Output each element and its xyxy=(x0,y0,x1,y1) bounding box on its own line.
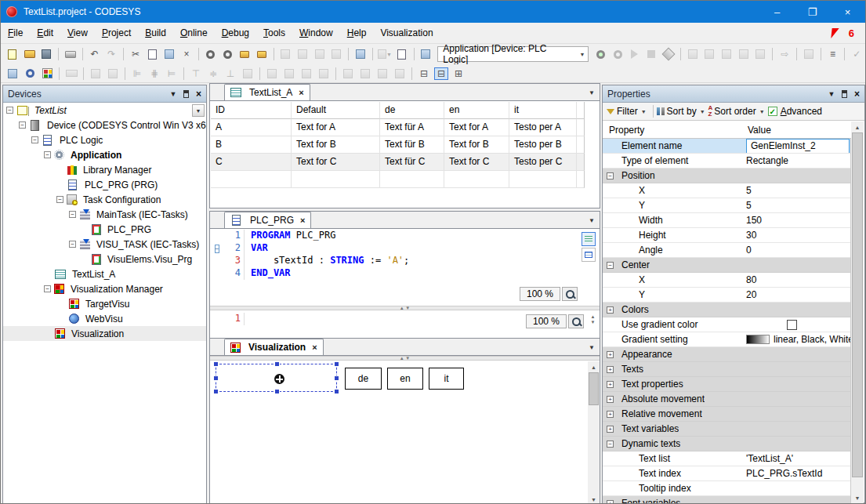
visu-button-it[interactable]: it xyxy=(429,368,464,390)
elementlist-top-icon[interactable]: ⊟ xyxy=(417,67,431,80)
export-icon[interactable] xyxy=(395,48,409,60)
visu-button-en[interactable]: en xyxy=(387,368,423,390)
scrollbar-thumb[interactable] xyxy=(852,132,863,477)
panel-menu-icon[interactable]: ▼ xyxy=(825,90,838,98)
code-fold-icon[interactable]: − xyxy=(215,245,220,253)
property-row-width[interactable]: Width 150 xyxy=(603,213,850,228)
group-row-text-properties[interactable]: + Text properties xyxy=(603,377,850,392)
table-row-empty[interactable] xyxy=(211,171,585,188)
property-row-text-list[interactable]: Text list 'TextList_A' xyxy=(603,451,850,466)
resize-handle-se[interactable] xyxy=(334,389,339,394)
menu-view[interactable]: View xyxy=(60,24,95,42)
table-row[interactable]: C Text for C Text für C Text for C Testo… xyxy=(211,154,585,171)
tab-list-dropdown-icon[interactable]: ▼ xyxy=(589,89,595,96)
tree-item-library-manager[interactable]: Library Manager xyxy=(3,162,206,177)
tab-plc-prg[interactable]: PLC_PRG × xyxy=(224,212,311,228)
tree-item-visualization[interactable]: Visualization xyxy=(3,326,206,341)
same-size-icon[interactable] xyxy=(317,67,331,80)
textual-view-button[interactable] xyxy=(582,232,596,246)
resize-handle-n[interactable] xyxy=(274,361,280,367)
tree-item-visu-task[interactable]: −VISU_TASK (IEC-Tasks) xyxy=(3,237,206,252)
table-row[interactable]: B Text for B Text für B Text for B Testo… xyxy=(211,136,585,154)
vertical-scrollbar[interactable]: ▲ ▼ xyxy=(588,361,600,504)
ungroup-icon[interactable] xyxy=(106,67,120,80)
tree-item-plc-prg[interactable]: PLC_PRG (PRG) xyxy=(3,177,206,192)
find-in-project-icon[interactable] xyxy=(237,48,252,60)
tab-list-dropdown-icon[interactable]: ▼ xyxy=(589,217,595,224)
tree-item-device[interactable]: −Device (CODESYS Control Win V3 x64) xyxy=(3,118,206,132)
background-image-icon[interactable] xyxy=(241,67,255,80)
group-icon[interactable] xyxy=(89,67,103,80)
cut-icon[interactable]: ✂ xyxy=(129,48,143,60)
build-dialog-icon[interactable] xyxy=(419,48,433,60)
column-header-it[interactable]: it xyxy=(509,102,577,119)
panel-close-icon[interactable]: × xyxy=(854,89,860,100)
gradient-checkbox[interactable] xyxy=(787,320,797,330)
start-icon[interactable] xyxy=(628,48,642,60)
advanced-checkbox[interactable]: ✓ Advanced xyxy=(768,106,822,117)
collapse-icon[interactable]: − xyxy=(44,285,51,292)
resize-handle-ne[interactable] xyxy=(334,361,339,367)
logout-icon[interactable] xyxy=(611,48,625,60)
implementation-zoom-level[interactable]: 100 % xyxy=(526,314,567,328)
insert-table-icon[interactable]: ▼ xyxy=(378,48,392,60)
scroll-up-icon[interactable]: ▲ xyxy=(588,361,600,372)
resize-handle-s[interactable] xyxy=(274,389,280,394)
sort-by-button[interactable]: Sort by ▼ xyxy=(657,106,705,117)
tab-textlist-a[interactable]: TextList_A × xyxy=(224,84,310,100)
copy-icon[interactable] xyxy=(146,48,160,60)
property-row-type[interactable]: Type of element Rectangle xyxy=(603,154,850,169)
tab-close-icon[interactable]: × xyxy=(299,88,303,97)
property-row-gradient-setting[interactable]: Gradient setting linear, Black, White xyxy=(603,332,850,347)
group-row-colors[interactable]: + Colors xyxy=(603,303,850,317)
next-bookmark-icon[interactable] xyxy=(313,48,327,60)
tree-item-visuelems-visu-prg[interactable]: VisuElems.Visu_Prg xyxy=(3,252,206,267)
expand-icon[interactable]: + xyxy=(607,500,614,504)
resize-handle-nw[interactable] xyxy=(213,361,219,367)
maximize-button[interactable]: ❐ xyxy=(795,1,830,23)
menu-project[interactable]: Project xyxy=(95,24,138,42)
menu-build[interactable]: Build xyxy=(138,24,173,42)
make-same-width-icon[interactable] xyxy=(265,67,279,80)
editor-splitter[interactable]: ▲ ▼ xyxy=(210,306,600,310)
minimize-button[interactable]: – xyxy=(759,1,795,23)
sort-order-button[interactable]: AZ Sort order ▼ xyxy=(708,105,765,118)
group-row-center[interactable]: − Center xyxy=(603,258,850,273)
editor-scroll-arrows[interactable]: ▲▼ xyxy=(588,314,598,325)
bring-to-front-icon[interactable] xyxy=(341,67,355,80)
column-header-de[interactable]: de xyxy=(380,102,444,119)
select-interface-icon[interactable] xyxy=(5,67,20,80)
delete-icon[interactable]: × xyxy=(179,48,194,60)
panel-close-icon[interactable]: × xyxy=(196,89,201,100)
find-icon[interactable] xyxy=(204,48,218,60)
expand-icon[interactable]: + xyxy=(607,306,614,314)
tree-item-application[interactable]: −Application xyxy=(3,147,206,162)
property-row-y[interactable]: Y 5 xyxy=(603,198,850,213)
property-row-tooltip-index[interactable]: Tooltip index xyxy=(603,481,850,496)
panel-pin-icon[interactable] xyxy=(842,90,847,98)
keyboard-usage-icon[interactable] xyxy=(64,67,78,80)
previous-bookmark-icon[interactable] xyxy=(295,48,310,60)
tree-item-task-configuration[interactable]: −Task Configuration xyxy=(3,192,206,207)
visu-button-de[interactable]: de xyxy=(345,368,382,390)
rotation-center-marker[interactable] xyxy=(274,374,284,384)
devices-tree-dropdown[interactable]: ▼ xyxy=(192,104,205,117)
collapse-icon[interactable]: − xyxy=(31,136,38,143)
column-header-en[interactable]: en xyxy=(444,102,509,119)
group-row-absolute-movement[interactable]: + Absolute movement xyxy=(603,392,850,407)
menu-help[interactable]: Help xyxy=(340,24,374,42)
expand-icon[interactable]: + xyxy=(607,411,614,418)
group-row-position[interactable]: − Position xyxy=(603,169,850,183)
group-row-texts[interactable]: + Texts xyxy=(603,362,850,377)
tree-item-plc-logic[interactable]: −PLC Logic xyxy=(3,132,206,147)
table-row[interactable]: A Text for A Text für A Text for A Testo… xyxy=(211,119,585,136)
zoom-magnifier-icon[interactable] xyxy=(568,314,584,328)
menu-edit[interactable]: Edit xyxy=(30,24,60,42)
tab-close-icon[interactable]: × xyxy=(312,343,317,352)
menu-tools[interactable]: Tools xyxy=(256,24,292,42)
online-config-icon[interactable] xyxy=(661,48,676,60)
step-out-icon[interactable] xyxy=(719,48,734,60)
panel-pin-icon[interactable] xyxy=(183,90,189,98)
sync-icon[interactable]: ✓ xyxy=(850,48,864,60)
elementlist-off-icon[interactable]: ⊞ xyxy=(451,67,466,80)
